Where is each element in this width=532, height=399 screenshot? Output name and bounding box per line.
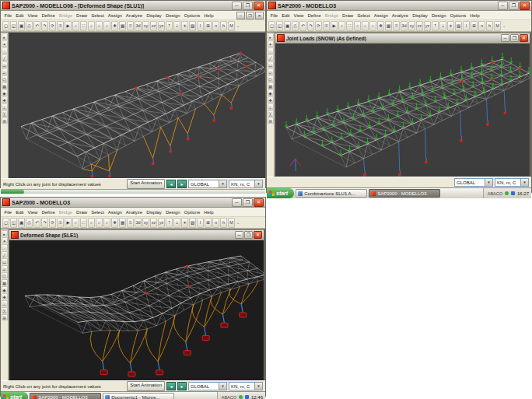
print-icon[interactable]: ⎙ bbox=[26, 21, 33, 31]
display-options-icon[interactable]: ▦ bbox=[119, 21, 126, 31]
open-file-icon[interactable]: ◱ bbox=[276, 21, 283, 31]
redo-icon[interactable]: ↷ bbox=[41, 218, 48, 228]
save-icon[interactable]: ▣ bbox=[284, 21, 291, 31]
pointer-select-icon[interactable]: ▸ bbox=[2, 33, 8, 40]
menu-item[interactable]: Help bbox=[468, 13, 481, 18]
menu-item[interactable]: Assign bbox=[372, 13, 390, 18]
menu-item[interactable]: Display bbox=[145, 210, 164, 215]
child-close-button[interactable]: ✕ bbox=[254, 231, 262, 239]
menu-item[interactable]: Draw bbox=[75, 210, 89, 215]
undo-icon[interactable]: ↶ bbox=[33, 21, 40, 31]
taskbar-button-documento[interactable]: Documento1 - Micros... bbox=[103, 393, 174, 399]
quick-draw-area-icon[interactable]: ▩ bbox=[2, 82, 8, 89]
object-labels-icon[interactable]: ⠿ bbox=[127, 21, 134, 31]
snap-joints-icon[interactable]: ◆ bbox=[2, 89, 8, 96]
menu-item[interactable]: Draw bbox=[75, 13, 89, 18]
taskbar-button-sap2000[interactable]: SAP2000 - MODELLO3 bbox=[369, 189, 440, 198]
restore-full-view-icon[interactable]: ⛶ bbox=[80, 218, 87, 228]
zoom-out-icon[interactable]: ⌕ bbox=[369, 21, 376, 31]
show-grid-icon[interactable]: ⊞ bbox=[205, 218, 212, 228]
minimize-button[interactable]: ─ bbox=[232, 2, 242, 10]
elevation-yz-view-icon[interactable]: yz bbox=[424, 21, 431, 31]
menu-item[interactable]: Options bbox=[182, 13, 202, 18]
lock-model-icon[interactable]: ⚿ bbox=[57, 218, 64, 228]
undo-icon[interactable]: ↶ bbox=[299, 21, 306, 31]
move-up-level-icon[interactable]: ⇡ bbox=[432, 21, 439, 31]
menu-item[interactable]: View bbox=[26, 210, 40, 215]
snap-joints-icon[interactable]: ◆ bbox=[2, 286, 8, 292]
child-minimize-button[interactable]: ─ bbox=[235, 231, 243, 239]
draw-frame-icon[interactable]: ╱ bbox=[2, 54, 8, 61]
quick-draw-frame-icon[interactable]: ▭ bbox=[2, 61, 8, 68]
zoom-in-icon[interactable]: ⌕ bbox=[96, 21, 103, 31]
menu-item[interactable]: Edit bbox=[14, 13, 26, 18]
menu-item[interactable]: Options bbox=[448, 13, 468, 18]
menu-item[interactable]: File bbox=[268, 13, 280, 18]
assign-display-icon[interactable]: ▧ bbox=[189, 21, 196, 31]
quick-draw-brace-icon[interactable]: h bbox=[220, 21, 227, 31]
close-button[interactable]: ✕ bbox=[254, 198, 264, 207]
undo-icon[interactable]: ↶ bbox=[33, 218, 40, 228]
move-up-level-icon[interactable]: ⇡ bbox=[166, 218, 173, 228]
draw-poly-area-icon[interactable]: ⬠ bbox=[268, 75, 274, 82]
menu-item[interactable]: Select bbox=[89, 13, 107, 18]
menu-item[interactable]: File bbox=[2, 13, 14, 18]
move-down-level-icon[interactable]: ⇣ bbox=[173, 21, 180, 31]
quick-draw-truss-icon[interactable]: M bbox=[494, 21, 501, 31]
titlebar[interactable]: SAP2000 - MODELLO3 ─ ❐ ✕ bbox=[1, 198, 265, 208]
save-icon[interactable]: ▣ bbox=[18, 218, 25, 228]
joint-loads-snow-view[interactable] bbox=[275, 44, 530, 177]
pan-icon[interactable]: ✥ bbox=[111, 218, 118, 228]
taskbar-button-sap2000[interactable]: SAP2000 - MODELLO3 bbox=[30, 393, 101, 399]
view-3d-icon[interactable]: 3d bbox=[401, 21, 408, 31]
zoom-in-icon[interactable]: ⌕ bbox=[362, 21, 369, 31]
menu-item[interactable]: Help bbox=[202, 13, 215, 18]
deformed-shape-view-slu1[interactable] bbox=[9, 33, 265, 178]
tray-icon[interactable] bbox=[239, 395, 243, 399]
pan-icon[interactable]: ✥ bbox=[377, 21, 384, 31]
quick-draw-area-icon[interactable]: ▩ bbox=[268, 82, 274, 89]
tray-icon[interactable] bbox=[245, 395, 249, 399]
snap-intersections-icon[interactable]: ╳ bbox=[2, 110, 8, 117]
open-file-icon[interactable]: ◱ bbox=[10, 218, 17, 228]
redo-icon[interactable]: ↷ bbox=[307, 21, 314, 31]
elevation-yz-view-icon[interactable]: yz bbox=[158, 21, 165, 31]
units-select[interactable]: KN, m, C ▾ bbox=[495, 178, 529, 187]
section-cut-icon[interactable]: I bbox=[197, 21, 204, 31]
units-select[interactable]: KN, m, C ▾ bbox=[229, 382, 263, 390]
display-options-icon[interactable]: ▦ bbox=[385, 21, 392, 31]
show-grid-icon[interactable]: ⊞ bbox=[471, 21, 478, 31]
tray-icon[interactable] bbox=[511, 191, 515, 195]
start-button[interactable]: start bbox=[1, 392, 28, 399]
snap-midpoints-icon[interactable]: ✚ bbox=[268, 96, 274, 103]
units-select[interactable]: KN, m, C ▾ bbox=[229, 180, 263, 188]
tray-icon[interactable] bbox=[505, 191, 509, 195]
pointer-select-icon[interactable]: ▸ bbox=[268, 33, 274, 40]
animation-prev-button[interactable]: ◂ bbox=[166, 382, 176, 390]
child-titlebar[interactable]: Deformed Shape (SLE1) ─ ❐ ✕ bbox=[9, 230, 264, 240]
child-close-button[interactable]: ✕ bbox=[255, 12, 264, 19]
elevation-xz-view-icon[interactable]: xz bbox=[416, 21, 423, 31]
start-animation-button[interactable]: Start Animation bbox=[127, 381, 165, 391]
assign-display-icon[interactable]: ▧ bbox=[189, 218, 196, 228]
minimize-button[interactable]: ─ bbox=[232, 198, 242, 207]
maximize-button[interactable]: ❐ bbox=[243, 198, 253, 207]
draw-frame-icon[interactable]: ╱ bbox=[268, 54, 274, 61]
maximize-button[interactable]: ❐ bbox=[243, 2, 253, 10]
menu-item[interactable]: Define bbox=[40, 13, 57, 18]
rubber-band-zoom-icon[interactable]: ⌕ bbox=[338, 21, 345, 31]
plan-xy-view-icon[interactable]: xy bbox=[142, 218, 149, 228]
quick-draw-frame-icon[interactable]: ▭ bbox=[268, 61, 274, 68]
quick-draw-truss-icon[interactable]: M bbox=[228, 21, 235, 31]
snap-intersections-icon[interactable]: ╳ bbox=[2, 307, 8, 313]
menu-item[interactable]: Analyze bbox=[124, 13, 144, 18]
toolbar-overflow-icon[interactable]: ⌄ bbox=[502, 23, 506, 28]
coord-system-select[interactable]: GLOBAL ▾ bbox=[188, 180, 227, 188]
close-button[interactable]: ✕ bbox=[520, 2, 530, 10]
save-icon[interactable]: ▣ bbox=[18, 21, 25, 31]
animation-prev-button[interactable]: ◂ bbox=[166, 180, 176, 188]
menu-item[interactable]: View bbox=[292, 13, 306, 18]
pan-icon[interactable]: ✥ bbox=[111, 21, 118, 31]
child-restore-button[interactable]: ❐ bbox=[246, 12, 254, 19]
draw-joint-icon[interactable]: · bbox=[2, 47, 8, 54]
